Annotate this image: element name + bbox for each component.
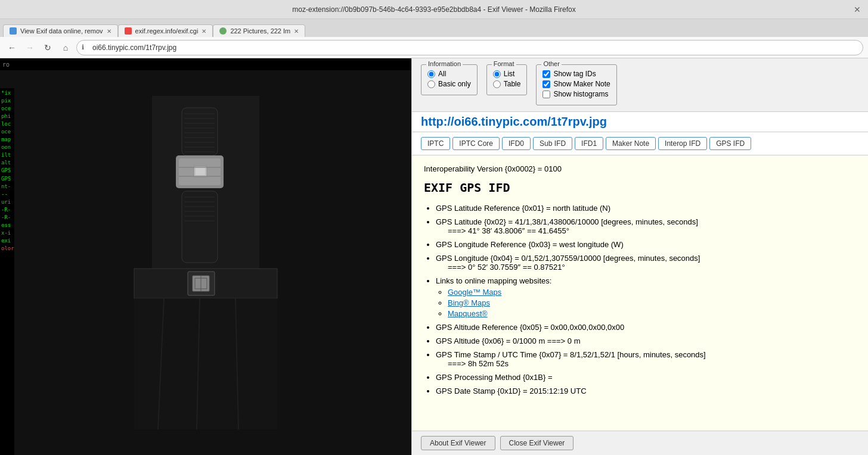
exif-entry-8-text: GPS Processing Method {0x1B} =	[436, 373, 552, 382]
ifd-gps-ifd-button[interactable]: GPS IFD	[709, 137, 751, 150]
ifd-iptc-core-button[interactable]: IPTC Core	[452, 137, 500, 150]
show-histograms-label: Show histograms	[553, 90, 608, 98]
tab-0[interactable]: View Exif data online, remov ✕	[3, 24, 118, 37]
terminal-line: map	[1, 136, 13, 144]
exif-url-link[interactable]: http://oi66.tinypic.com/1t7rpv.jpg	[421, 115, 607, 128]
left-panel: ro *ix pix oce phi loc oce map oon ilt a…	[0, 58, 411, 455]
exif-entry-3: GPS Longitude {0x04} = 0/1,52/1,307559/1…	[436, 254, 856, 272]
show-maker-note-option[interactable]: Show Maker Note	[542, 80, 610, 88]
tab-1[interactable]: exif.regex.info/exif.cgi ✕	[118, 24, 213, 37]
content-area: ro *ix pix oce phi loc oce map oon ilt a…	[0, 58, 868, 455]
information-basic-label: Basic only	[438, 80, 471, 88]
terminal-line: x-i	[1, 229, 13, 237]
information-all-option[interactable]: All	[427, 70, 471, 78]
show-maker-note-label: Show Maker Note	[553, 80, 610, 88]
exif-entry-1-text: GPS Latitude {0x02} = 41/1,38/1,438006/1…	[436, 217, 698, 226]
bing-maps-item: Bing® Maps	[448, 298, 856, 307]
show-tag-ids-option[interactable]: Show tag IDs	[542, 70, 610, 78]
exif-entry-4: Links to online mapping websites: Google…	[436, 276, 856, 318]
format-list-option[interactable]: List	[493, 70, 521, 78]
show-histograms-option[interactable]: Show histograms	[542, 90, 610, 98]
exif-section-title: EXIF GPS IFD	[424, 180, 856, 195]
information-basic-radio[interactable]	[427, 80, 435, 88]
svg-rect-15	[196, 168, 205, 175]
bing-maps-link[interactable]: Bing® Maps	[448, 298, 490, 307]
terminal-line: exi	[1, 237, 13, 245]
terminal-line: ilt	[1, 151, 13, 159]
ifd-interop-ifd-button[interactable]: Interop IFD	[658, 137, 707, 150]
information-group: Information All Basic only	[421, 64, 478, 95]
close-exif-viewer-button[interactable]: Close Exif Viewer	[500, 436, 574, 450]
exif-entry-9: GPS Date Stamp {0x1D} = 2015:12:19 UTC	[436, 387, 856, 395]
show-histograms-checkbox[interactable]	[542, 91, 550, 98]
tab-favicon-1	[125, 27, 132, 35]
ifd-ifd1-button[interactable]: IFD1	[575, 137, 603, 150]
url-input[interactable]	[86, 40, 858, 55]
other-legend: Other	[541, 60, 562, 67]
show-tag-ids-label: Show tag IDs	[553, 70, 596, 78]
ifd-iptc-button[interactable]: IPTC	[421, 137, 450, 150]
forward-button[interactable]: →	[23, 40, 37, 55]
terminal-top: ro	[0, 58, 411, 70]
exif-entry-2: GPS Longitude Reference {0x03} = west lo…	[436, 240, 856, 249]
terminal-line: olor	[1, 245, 13, 253]
terminal-line: oon	[1, 144, 13, 151]
tab-close-1[interactable]: ✕	[202, 28, 206, 35]
truncated-header: Interoperability Version {0x0002} = 0100	[424, 164, 856, 173]
format-legend: Format	[492, 60, 516, 67]
exif-entry-8: GPS Processing Method {0x1B} =	[436, 373, 856, 382]
tab-favicon-2	[219, 27, 227, 35]
terminal-line: GPS	[1, 167, 13, 174]
format-list-radio[interactable]	[493, 70, 501, 78]
tab-close-0[interactable]: ✕	[107, 28, 111, 35]
format-table-label: Table	[504, 80, 521, 88]
mapquest-item: Mapquest®	[448, 309, 856, 318]
watch-image	[116, 96, 295, 429]
terminal-line: GPS	[1, 175, 13, 183]
exif-entry-7-indent: ===> 8h 52m 52s	[436, 359, 856, 368]
format-list-label: List	[504, 70, 515, 78]
title-bar: moz-extension://0b9b097b-546b-4c64-9393-…	[0, 0, 868, 19]
exif-entry-1-indent: ===> 41° 38′ 43.8006″ == 41.6455°	[436, 226, 856, 235]
exif-entry-0-text: GPS Latitude Reference {0x01} = north la…	[436, 204, 610, 213]
terminal-sidebar: *ix pix oce phi loc oce map oon ilt alt …	[0, 88, 14, 455]
tab-label-2: 222 Pictures, 222 Im	[230, 27, 290, 35]
terminal-line: oce	[1, 128, 13, 136]
information-all-radio[interactable]	[427, 70, 435, 78]
back-button[interactable]: ←	[5, 40, 19, 55]
terminal-line: -R-	[1, 214, 13, 222]
format-table-radio[interactable]	[493, 80, 501, 88]
tabs-bar: View Exif data online, remov ✕ exif.rege…	[0, 19, 868, 37]
terminal-line: phi	[1, 113, 13, 120]
exif-entry-7: GPS Time Stamp / UTC Time {0x07} = 8/1,5…	[436, 350, 856, 368]
information-all-label: All	[438, 70, 446, 78]
google-maps-link[interactable]: Google™ Maps	[448, 288, 501, 297]
about-exif-viewer-button[interactable]: About Exif Viewer	[421, 436, 495, 450]
ifd-maker-note-button[interactable]: Maker Note	[606, 137, 656, 150]
tab-label-0: View Exif data online, remov	[20, 27, 103, 35]
format-table-option[interactable]: Table	[493, 80, 521, 88]
information-legend: Information	[426, 60, 463, 67]
tab-close-2[interactable]: ✕	[294, 28, 299, 35]
exif-entry-3-text: GPS Longitude {0x04} = 0/1,52/1,307559/1…	[436, 254, 700, 263]
exif-content[interactable]: Interoperability Version {0x0002} = 0100…	[412, 155, 868, 431]
terminal-line: uri	[1, 198, 13, 206]
window-close-button[interactable]: ✕	[852, 5, 862, 14]
reload-button[interactable]: ↻	[41, 40, 55, 55]
ifd-sub-ifd-button[interactable]: Sub IFD	[533, 137, 572, 150]
exif-url-display: http://oi66.tinypic.com/1t7rpv.jpg	[412, 112, 868, 132]
exif-entry-4-text: Links to online mapping websites:	[436, 276, 551, 285]
show-maker-note-checkbox[interactable]	[542, 80, 550, 88]
home-button[interactable]: ⌂	[58, 40, 73, 55]
mapquest-link[interactable]: Mapquest®	[448, 309, 488, 318]
exif-entry-5-text: GPS Altitude Reference {0x05} = 0x00,0x0…	[436, 323, 624, 332]
terminal-line: --	[1, 191, 13, 198]
exif-footer: About Exif Viewer Close Exif Viewer	[412, 431, 868, 455]
google-maps-item: Google™ Maps	[448, 288, 856, 297]
terminal-line: *ix	[1, 89, 13, 97]
tab-2[interactable]: 222 Pictures, 222 Im ✕	[213, 24, 305, 37]
ifd-ifd0-button[interactable]: IFD0	[502, 137, 531, 150]
show-tag-ids-checkbox[interactable]	[542, 70, 550, 78]
terminal-line: pix	[1, 97, 13, 105]
information-basic-option[interactable]: Basic only	[427, 80, 471, 88]
